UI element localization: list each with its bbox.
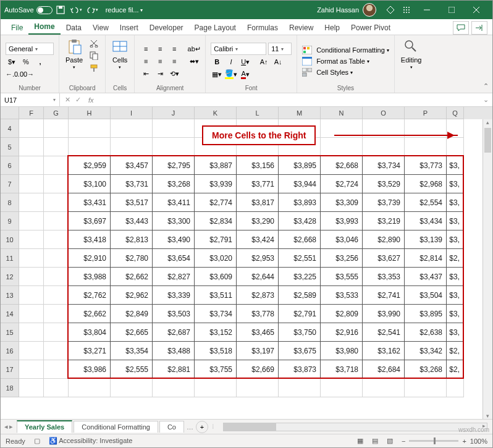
cell[interactable]: $3,988 (69, 268, 111, 286)
zoom-slider[interactable] (409, 440, 458, 442)
tab-view[interactable]: View (87, 21, 114, 35)
cell[interactable]: $2,589 (279, 286, 321, 305)
cell[interactable]: $3, (447, 193, 464, 212)
cell[interactable]: $3,817 (237, 193, 279, 212)
cell[interactable]: $3,804 (69, 323, 111, 342)
cell[interactable]: $3,887 (195, 156, 237, 175)
cut-icon[interactable] (88, 38, 100, 49)
cell[interactable] (111, 138, 153, 156)
align-left-icon[interactable]: ≡ (140, 56, 152, 67)
cell[interactable] (44, 119, 69, 138)
cell[interactable]: $2,959 (69, 156, 111, 175)
cell[interactable]: $3,156 (237, 156, 279, 175)
row-header[interactable]: 14 (1, 305, 19, 323)
cell[interactable]: $3,734 (363, 156, 405, 175)
row-header[interactable]: 15 (1, 323, 19, 342)
cell[interactable] (19, 379, 44, 397)
cell[interactable]: $3,300 (153, 212, 195, 230)
cell[interactable]: $3,990 (363, 305, 405, 323)
share-button[interactable] (471, 21, 487, 35)
cell[interactable]: $2,762 (69, 286, 111, 305)
cell[interactable] (19, 323, 44, 342)
cell[interactable]: $3,424 (237, 230, 279, 249)
sheet-tab-yearly-sales[interactable]: Yearly Sales (17, 420, 72, 433)
name-box[interactable]: U17▾ (1, 93, 60, 106)
align-middle-icon[interactable]: ≡ (154, 43, 166, 54)
cell[interactable]: $3,342 (405, 342, 447, 360)
row-header[interactable]: 5 (1, 138, 19, 156)
collapse-ribbon-icon[interactable]: ⌃ (483, 82, 489, 90)
cell[interactable]: $3,418 (69, 230, 111, 249)
cell[interactable]: $3,503 (153, 305, 195, 323)
row-header[interactable]: 17 (1, 360, 19, 379)
number-format-combo[interactable]: General▾ (6, 43, 54, 55)
cell[interactable]: $3,339 (153, 286, 195, 305)
cell[interactable]: $3,162 (363, 342, 405, 360)
cell[interactable]: $3,529 (363, 175, 405, 193)
cell[interactable]: $3,739 (363, 193, 405, 212)
tab-help[interactable]: Help (319, 21, 345, 35)
cell[interactable] (19, 305, 44, 323)
cell[interactable]: $3,309 (321, 193, 363, 212)
cell[interactable]: $2, (447, 249, 464, 268)
cell[interactable]: $2,953 (237, 249, 279, 268)
cell[interactable]: $3, (447, 212, 464, 230)
user-account[interactable]: Zahid Hassan (317, 3, 376, 17)
cell[interactable] (405, 138, 447, 156)
row-header[interactable]: 13 (1, 286, 19, 305)
cell[interactable]: $2,741 (363, 286, 405, 305)
cell[interactable]: $3,873 (279, 360, 321, 379)
italic-icon[interactable]: I (225, 56, 237, 67)
tab-review[interactable]: Review (284, 21, 319, 35)
cell[interactable] (44, 342, 69, 360)
cell[interactable] (447, 379, 464, 397)
cell[interactable] (19, 156, 44, 175)
cell-styles-button[interactable]: Cell Styles▾ (302, 68, 353, 77)
row-header[interactable]: 7 (1, 175, 19, 193)
cell[interactable]: $2,555 (111, 360, 153, 379)
cell[interactable]: $3,290 (237, 212, 279, 230)
cell[interactable]: $3,750 (279, 323, 321, 342)
cell[interactable]: $3,354 (111, 342, 153, 360)
cell[interactable] (19, 175, 44, 193)
expand-formula-bar-icon[interactable]: ⌄ (479, 96, 492, 104)
cell[interactable] (153, 119, 195, 138)
cell[interactable]: $3,219 (363, 212, 405, 230)
cell[interactable] (44, 230, 69, 249)
cell[interactable]: $2,668 (321, 156, 363, 175)
cell[interactable]: $2,541 (363, 323, 405, 342)
cell[interactable]: $2,638 (405, 323, 447, 342)
column-header[interactable]: Q (447, 107, 464, 119)
cell[interactable] (19, 119, 44, 138)
cell[interactable] (363, 138, 405, 156)
cell[interactable]: $3,755 (195, 360, 237, 379)
cell[interactable]: $3,268 (405, 360, 447, 379)
column-header[interactable]: F (19, 107, 44, 119)
cell[interactable] (44, 212, 69, 230)
autosave-toggle[interactable]: AutoSave (4, 6, 53, 14)
paste-button[interactable]: Paste▾ (64, 38, 84, 71)
cells-button[interactable]: Cells▾ (111, 38, 129, 71)
tab-file[interactable]: File (6, 21, 28, 35)
cell[interactable] (69, 119, 111, 138)
diamond-icon[interactable] (384, 3, 397, 17)
cell[interactable] (44, 156, 69, 175)
font-color-icon[interactable]: A▾ (239, 69, 251, 80)
cell[interactable]: $3,488 (153, 342, 195, 360)
cell[interactable]: $3,939 (195, 175, 237, 193)
cell[interactable] (44, 305, 69, 323)
cell[interactable]: $3,271 (69, 342, 111, 360)
column-header[interactable]: H (69, 107, 111, 119)
cell[interactable] (44, 193, 69, 212)
cell[interactable]: $3,555 (321, 268, 363, 286)
cell[interactable]: $2,665 (111, 323, 153, 342)
tab-insert[interactable]: Insert (114, 21, 144, 35)
sheet-tab-co[interactable]: Co (159, 421, 184, 433)
sheet-nav-next-icon[interactable]: ▸ (9, 423, 13, 431)
align-center-icon[interactable]: ≡ (154, 56, 166, 67)
borders-icon[interactable]: ▦▾ (211, 69, 223, 80)
cell[interactable] (153, 138, 195, 156)
cell[interactable]: $2,890 (363, 230, 405, 249)
cell[interactable] (19, 342, 44, 360)
cell[interactable] (44, 138, 69, 156)
